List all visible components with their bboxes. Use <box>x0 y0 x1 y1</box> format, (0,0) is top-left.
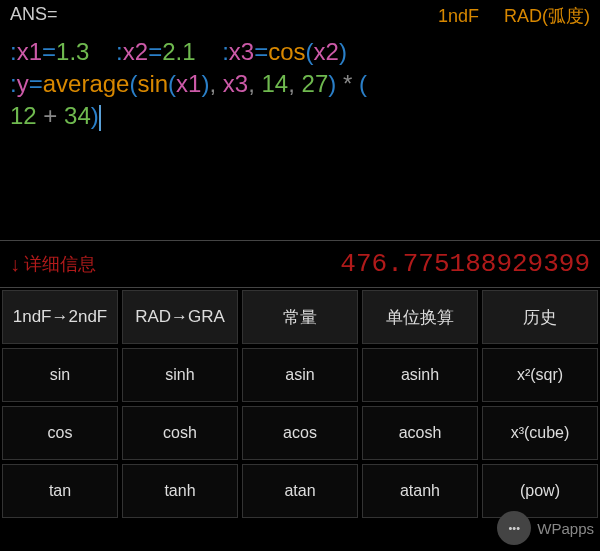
token-varname: x1 <box>176 70 201 97</box>
token-varname: y <box>17 70 29 97</box>
key--[interactable]: 历史 <box>482 290 598 344</box>
key--[interactable]: 单位换算 <box>362 290 478 344</box>
token-eq: = <box>42 38 56 65</box>
expression-display[interactable]: :x1=1.3 :x2=2.1 :x3=cos(x2) :y=average(s… <box>0 32 600 232</box>
token-eq: = <box>148 38 162 65</box>
ans-label: ANS= <box>10 4 58 28</box>
detail-label-text: 详细信息 <box>24 252 96 276</box>
key--[interactable]: 常量 <box>242 290 358 344</box>
key--pow-[interactable]: (pow) <box>482 464 598 518</box>
keypad: 1ndF→2ndFRAD→GRA常量单位换算历史 sinsinhasinasin… <box>0 288 600 520</box>
token-varname: x1 <box>17 38 42 65</box>
token-varname: x3 <box>229 38 254 65</box>
key-atan[interactable]: atan <box>242 464 358 518</box>
key-row-2: coscoshacosacoshx³(cube) <box>0 404 600 462</box>
token-colon: : <box>10 70 17 97</box>
token-num: 34 <box>64 102 91 129</box>
wechat-icon: ••• <box>497 511 531 545</box>
token-num: 14 <box>262 70 289 97</box>
token-num: 27 <box>302 70 329 97</box>
token-func: average <box>43 70 130 97</box>
token-eq: = <box>29 70 43 97</box>
key-tanh[interactable]: tanh <box>122 464 238 518</box>
token-paren: ( <box>168 70 176 97</box>
key-acos[interactable]: acos <box>242 406 358 460</box>
token-colon: : <box>222 38 229 65</box>
token-eq: = <box>254 38 268 65</box>
token-paren: ) <box>91 102 99 129</box>
token-cursor <box>99 105 101 131</box>
status-bar: ANS= 1ndF RAD(弧度) <box>0 0 600 32</box>
key-sinh[interactable]: sinh <box>122 348 238 402</box>
key-row-1: sinsinhasinasinhx²(sqr) <box>0 346 600 404</box>
key-acosh[interactable]: acosh <box>362 406 478 460</box>
key-x-sqr-[interactable]: x²(sqr) <box>482 348 598 402</box>
token-func: cos <box>268 38 305 65</box>
expr-line-2: :y=average(sin(x1), x3, 14, 27) * ( <box>10 68 590 100</box>
mode-rad: RAD(弧度) <box>504 6 590 26</box>
token-colon: : <box>10 38 17 65</box>
expr-line-3: 12 + 34) <box>10 100 590 132</box>
token-paren: ( <box>306 38 314 65</box>
key-row-top: 1ndF→2ndFRAD→GRA常量单位换算历史 <box>0 288 600 346</box>
detail-toggle[interactable]: ↓ 详细信息 <box>10 252 96 276</box>
mode-labels: 1ndF RAD(弧度) <box>418 4 590 28</box>
token-space <box>196 38 223 65</box>
key-rad-gra[interactable]: RAD→GRA <box>122 290 238 344</box>
key-1ndf-2ndf[interactable]: 1ndF→2ndF <box>2 290 118 344</box>
token-func: sin <box>137 70 168 97</box>
result-value: 476.775188929399 <box>340 249 590 279</box>
mode-1ndf: 1ndF <box>438 6 479 26</box>
token-colon: : <box>116 38 123 65</box>
token-op: * <box>336 70 359 97</box>
key-asin[interactable]: asin <box>242 348 358 402</box>
key-atanh[interactable]: atanh <box>362 464 478 518</box>
token-varname: x2 <box>123 38 148 65</box>
arrow-down-icon: ↓ <box>10 253 20 276</box>
token-op: + <box>37 102 64 129</box>
key-x-cube-[interactable]: x³(cube) <box>482 406 598 460</box>
token-num: 1.3 <box>56 38 89 65</box>
key-sin[interactable]: sin <box>2 348 118 402</box>
token-num: 2.1 <box>162 38 195 65</box>
result-bar: ↓ 详细信息 476.775188929399 <box>0 240 600 288</box>
key-tan[interactable]: tan <box>2 464 118 518</box>
key-asinh[interactable]: asinh <box>362 348 478 402</box>
token-varname: x3 <box>223 70 248 97</box>
token-paren: ( <box>359 70 367 97</box>
key-cosh[interactable]: cosh <box>122 406 238 460</box>
key-cos[interactable]: cos <box>2 406 118 460</box>
token-paren: ) <box>339 38 347 65</box>
token-space <box>89 38 116 65</box>
token-op: , <box>209 70 222 97</box>
token-op: , <box>288 70 301 97</box>
watermark-text: WPapps <box>537 520 594 537</box>
expr-line-1: :x1=1.3 :x2=2.1 :x3=cos(x2) <box>10 36 590 68</box>
token-op: , <box>248 70 261 97</box>
token-num: 12 <box>10 102 37 129</box>
watermark: ••• WPapps <box>497 511 594 545</box>
token-varname: x2 <box>314 38 339 65</box>
